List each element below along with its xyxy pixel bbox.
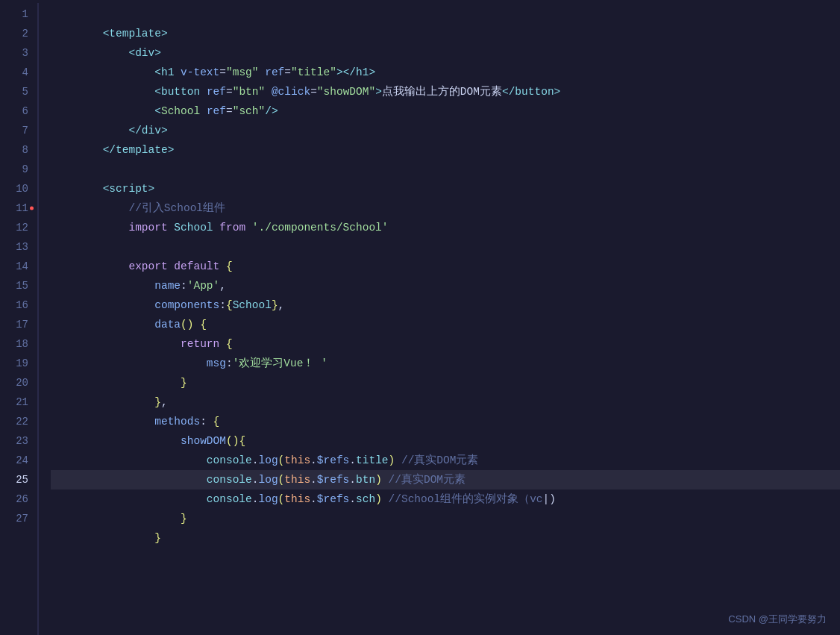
line-num-11: 11 (0, 198, 28, 218)
code-line-1: <template> (51, 4, 840, 24)
line-num-20: 20 (0, 373, 28, 392)
line-num-19: 19 (0, 354, 28, 373)
line-num-26: 26 (0, 489, 28, 509)
line-num-15: 15 (0, 276, 28, 295)
line-num-1: 1 (0, 4, 28, 24)
line-num-14: 14 (0, 257, 28, 276)
line-num-18: 18 (0, 334, 28, 354)
line-num-10: 10 (0, 179, 28, 198)
line-num-17: 17 (0, 315, 28, 334)
line-num-24: 24 (0, 451, 28, 470)
line-num-22: 22 (0, 412, 28, 431)
line-num-8: 8 (0, 140, 28, 160)
code-line-3: <h1 v-text="msg" ref="title"></h1> (51, 43, 840, 63)
code-content: <template> <div> <h1 v-text="msg" ref="t… (39, 3, 840, 635)
code-editor: 1 2 3 4 5 6 7 8 9 10 11 12 13 14 15 16 1… (0, 0, 840, 635)
line-num-13: 13 (0, 237, 28, 257)
code-line-10: //引入School组件 (51, 179, 840, 198)
line-num-25: 25 (0, 470, 28, 489)
line-num-2: 2 (0, 24, 28, 43)
code-line-21: methods: { (51, 392, 840, 412)
line-num-9: 9 (0, 160, 28, 179)
line-num-5: 5 (0, 82, 28, 101)
code-line-13: export default { (51, 237, 840, 257)
line-num-4: 4 (0, 63, 28, 82)
line-num-16: 16 (0, 295, 28, 315)
watermark: CSDN @王同学要努力 (728, 613, 827, 626)
line-num-6: 6 (0, 101, 28, 121)
line-num-21: 21 (0, 392, 28, 412)
line-num-3: 3 (0, 43, 28, 63)
line-numbers: 1 2 3 4 5 6 7 8 9 10 11 12 13 14 15 16 1… (0, 3, 39, 635)
code-line-7: </template> (51, 121, 840, 140)
code-line-9: <script> (51, 160, 840, 179)
line-num-27: 27 (0, 509, 28, 528)
line-num-7: 7 (0, 121, 28, 140)
code-area: 1 2 3 4 5 6 7 8 9 10 11 12 13 14 15 16 1… (0, 0, 840, 635)
code-line-2: <div> (51, 24, 840, 43)
line-num-23: 23 (0, 431, 28, 451)
line-num-12: 12 (0, 218, 28, 237)
